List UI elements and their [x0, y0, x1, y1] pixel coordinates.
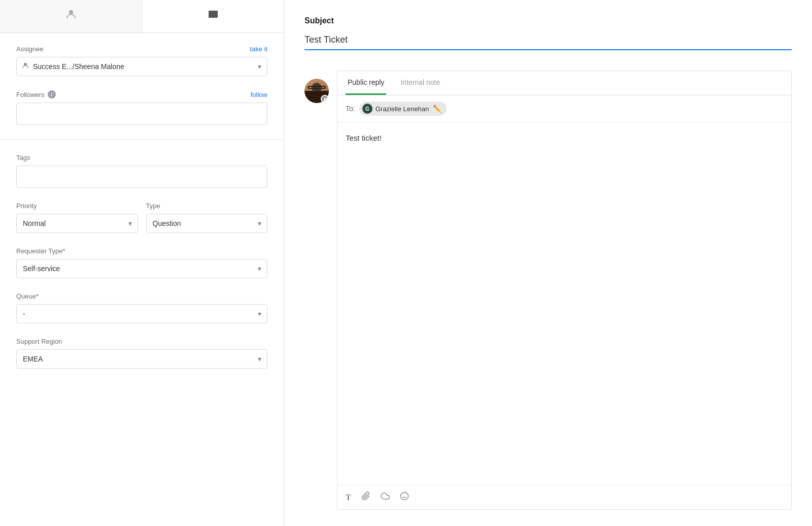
to-label: To: [346, 105, 355, 113]
queue-label: Queue* [16, 292, 267, 300]
svg-point-4 [400, 492, 408, 500]
tab-user[interactable] [0, 0, 142, 32]
tab-ticket[interactable] [142, 0, 284, 32]
sidebar-content: Assignee take it Success E.../Sheena Mal… [0, 33, 284, 526]
followers-section: Followers i follow [16, 90, 267, 125]
type-label: Type [146, 202, 268, 210]
recipient-name: Grazielle Lenehan [376, 105, 429, 113]
queue-wrapper: - [16, 304, 267, 323]
queue-section: Queue* - [16, 292, 267, 323]
requester-type-section: Requester Type* Self-service Managed Ent… [16, 247, 267, 278]
priority-select[interactable]: Normal Low High Urgent [16, 214, 138, 233]
assignee-label: Assignee take it [16, 45, 267, 53]
requester-type-wrapper: Self-service Managed Enterprise [16, 259, 267, 278]
svg-point-0 [69, 10, 73, 14]
priority-label: Priority [16, 202, 138, 210]
reply-to-row: To: G Grazielle Lenehan ✏️ [337, 95, 791, 122]
sidebar: Assignee take it Success E.../Sheena Mal… [0, 0, 284, 526]
avatar-badge [321, 95, 329, 103]
avatar [304, 79, 329, 103]
assignee-section: Assignee take it Success E.../Sheena Mal… [16, 45, 267, 76]
assignee-select[interactable]: Success E.../Sheena Malone [16, 57, 267, 76]
tab-public-reply[interactable]: Public reply [346, 71, 386, 95]
support-region-label: Support Region [16, 338, 267, 345]
user-icon [65, 8, 77, 23]
type-select[interactable]: Question Incident Problem Task [146, 214, 268, 233]
sidebar-tabs [0, 0, 284, 33]
followers-info-icon[interactable]: i [48, 90, 56, 98]
recipient-chip: G Grazielle Lenehan ✏️ [359, 102, 447, 116]
assignee-user-icon [21, 61, 29, 72]
type-wrapper: Question Incident Problem Task [146, 214, 268, 233]
support-region-select[interactable]: EMEA AMER APAC [16, 349, 267, 369]
followers-input[interactable] [16, 103, 267, 125]
cloud-icon[interactable] [381, 491, 390, 503]
priority-type-row: Priority Normal Low High Urgent Type [16, 202, 267, 247]
divider-1 [0, 139, 284, 140]
attach-icon[interactable] [361, 491, 370, 503]
tab-internal-note[interactable]: Internal note [398, 71, 442, 95]
tags-input[interactable] [16, 166, 267, 188]
subject-label: Subject [304, 16, 792, 25]
text-format-icon[interactable]: T [346, 493, 351, 502]
ticket-icon [207, 8, 219, 23]
reply-toolbar: T [337, 485, 791, 509]
svg-rect-1 [209, 11, 218, 18]
follow-link[interactable]: follow [251, 91, 267, 98]
queue-select[interactable]: - [16, 304, 267, 323]
svg-point-3 [324, 97, 325, 99]
requester-type-select[interactable]: Self-service Managed Enterprise [16, 259, 267, 278]
reply-body[interactable]: Test ticket! [337, 122, 791, 485]
subject-section: Subject [304, 16, 792, 62]
recipient-avatar: G [362, 104, 373, 114]
tags-section: Tags [16, 154, 267, 188]
subject-input[interactable] [304, 30, 792, 50]
requester-type-label: Requester Type* [16, 247, 267, 255]
take-it-link[interactable]: take it [250, 45, 267, 53]
assignee-wrapper: Success E.../Sheena Malone [16, 57, 267, 76]
support-region-section: Support Region EMEA AMER APAC [16, 338, 267, 369]
priority-wrapper: Normal Low High Urgent [16, 214, 138, 233]
reply-tabs: Public reply Internal note [337, 71, 791, 95]
edit-recipient-icon[interactable]: ✏️ [433, 105, 442, 113]
reply-area: Public reply Internal note To: G Graziel… [337, 71, 792, 510]
emoji-icon[interactable] [400, 491, 409, 503]
svg-point-2 [24, 63, 26, 65]
ticket-composer: Public reply Internal note To: G Graziel… [304, 71, 792, 510]
main-content: Subject [284, 0, 812, 526]
followers-label: Followers i follow [16, 90, 267, 98]
type-section: Type Question Incident Problem Task [146, 202, 268, 233]
support-region-wrapper: EMEA AMER APAC [16, 349, 267, 369]
tags-label: Tags [16, 154, 267, 161]
priority-section: Priority Normal Low High Urgent [16, 202, 138, 233]
reply-panel: Public reply Internal note To: G Graziel… [337, 71, 792, 510]
